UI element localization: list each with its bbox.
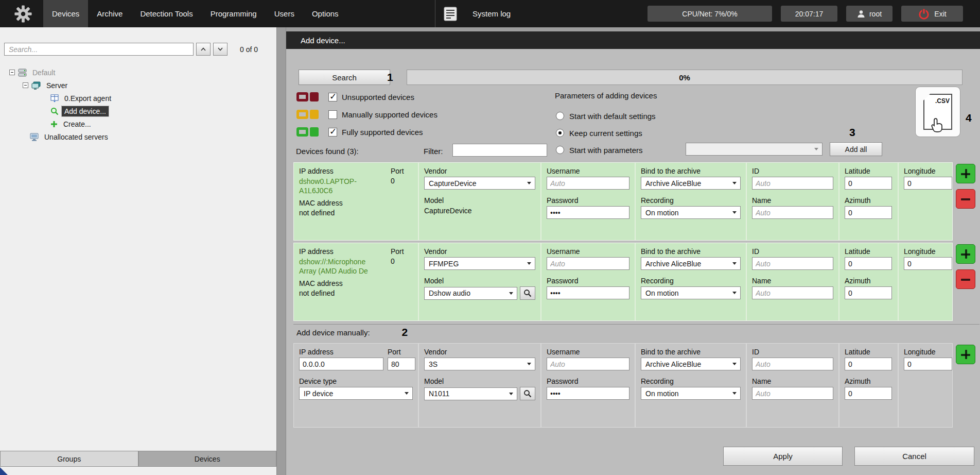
user-icon: [857, 10, 865, 18]
mac-address-label: MAC address: [299, 199, 413, 207]
vendor-label: Vendor: [424, 348, 535, 356]
name-input[interactable]: [752, 206, 833, 219]
archive-select[interactable]: Archive AliceBlue: [641, 257, 741, 270]
parameters-title: Parameters of adding devices: [555, 91, 657, 100]
remove-found-device-button[interactable]: [956, 189, 975, 209]
option-start-with-parameters[interactable]: Start with parameters: [556, 144, 643, 156]
option-keep-current-settings[interactable]: Keep current settings: [556, 127, 642, 139]
username-input[interactable]: [547, 177, 629, 190]
exit-button[interactable]: Exit: [901, 6, 963, 22]
tree-item-server[interactable]: Server: [0, 79, 276, 92]
model-select[interactable]: N1011: [424, 387, 517, 400]
csv-import-button[interactable]: .CSV: [915, 87, 960, 137]
recording-select[interactable]: On motion: [641, 206, 741, 219]
radio-button[interactable]: [556, 146, 564, 154]
radio-button[interactable]: [556, 112, 564, 120]
tab-archive[interactable]: Archive: [88, 0, 131, 27]
tree-item-unallocated-servers[interactable]: Unallocated servers: [0, 130, 276, 143]
tree-item-add-device[interactable]: Add device...: [0, 105, 276, 117]
tab-users[interactable]: Users: [266, 0, 303, 27]
panel-splitter[interactable]: [276, 27, 286, 475]
name-input[interactable]: [752, 387, 833, 400]
filter-row-fully-supported: Fully supported devices: [296, 124, 423, 140]
latitude-input[interactable]: [845, 177, 892, 190]
vendor-select[interactable]: 3S: [424, 358, 535, 370]
recording-select[interactable]: On motion: [641, 286, 741, 299]
password-input[interactable]: [547, 206, 629, 219]
ip-address-value: dshow0.LAPTOP-A1L6J0C6: [299, 177, 380, 196]
search-next-button[interactable]: [213, 43, 227, 56]
azimuth-input[interactable]: [845, 387, 892, 400]
vendor-cell: Vendor FFMPEG Model Dshow audio: [419, 243, 541, 320]
search-prev-button[interactable]: [196, 43, 211, 56]
settings-gear-button[interactable]: [13, 4, 33, 24]
devices-tab[interactable]: Devices: [138, 451, 277, 467]
system-log-button[interactable]: System log: [435, 0, 511, 27]
id-input[interactable]: [752, 177, 833, 190]
chevron-down-icon: [732, 211, 737, 214]
tab-devices[interactable]: Devices: [43, 0, 88, 27]
tree-search-input[interactable]: [4, 43, 194, 56]
id-input[interactable]: [752, 358, 833, 370]
manually-supported-devices-checkbox[interactable]: [328, 110, 337, 119]
azimuth-input[interactable]: [845, 286, 892, 299]
vendor-select[interactable]: CaptureDevice: [424, 177, 535, 190]
tree-item-create[interactable]: Create...: [0, 117, 276, 130]
password-input[interactable]: [547, 286, 629, 299]
fully-supported-devices-checkbox[interactable]: [328, 128, 337, 137]
password-label: Password: [547, 196, 629, 205]
longitude-input[interactable]: [904, 358, 952, 370]
azimuth-label: Azimuth: [845, 377, 892, 385]
latitude-input[interactable]: [845, 358, 892, 370]
add-all-button[interactable]: Add all: [830, 142, 882, 156]
add-found-device-button[interactable]: [956, 164, 975, 183]
tab-options[interactable]: Options: [303, 0, 347, 27]
vendor-select[interactable]: FFMPEG: [424, 257, 535, 270]
id-input[interactable]: [752, 257, 833, 270]
groups-tab[interactable]: Groups: [0, 451, 138, 467]
address-cell: IP address dshow://:Microphone Array (AM…: [294, 243, 419, 320]
model-select[interactable]: Dshow audio: [424, 287, 517, 300]
azimuth-input[interactable]: [845, 206, 892, 219]
username-input[interactable]: [547, 257, 629, 270]
collapse-toggle[interactable]: [9, 70, 15, 75]
recording-label: Recording: [641, 377, 741, 385]
current-user-button[interactable]: root: [846, 6, 892, 22]
manual-section-title: Add device manually:: [296, 328, 370, 337]
device-search-button[interactable]: Search: [299, 70, 390, 85]
tab-detection-tools[interactable]: Detection Tools: [131, 0, 201, 27]
archive-select[interactable]: Archive AliceBlue: [641, 358, 741, 370]
device-type-select[interactable]: IP device: [299, 387, 413, 400]
archive-select[interactable]: Archive AliceBlue: [641, 177, 741, 190]
hand-cursor-icon: [931, 117, 944, 133]
name-input[interactable]: [752, 286, 833, 299]
longitude-input[interactable]: [904, 177, 952, 190]
chevron-down-icon: [732, 363, 737, 365]
tree-item-default[interactable]: Default: [0, 66, 276, 79]
latitude-input[interactable]: [845, 257, 892, 270]
password-input[interactable]: [547, 387, 629, 400]
username-input[interactable]: [547, 358, 629, 370]
longitude-input[interactable]: [904, 257, 952, 270]
radio-button[interactable]: [556, 129, 564, 137]
devices-filter-input[interactable]: [452, 144, 547, 157]
collapse-toggle[interactable]: [23, 82, 28, 88]
parameters-preset-select[interactable]: [686, 143, 822, 156]
add-found-device-button[interactable]: [956, 244, 975, 264]
recording-select[interactable]: On motion: [641, 387, 741, 400]
ip-address-input[interactable]: [299, 358, 383, 370]
unsupported-devices-checkbox[interactable]: [328, 93, 337, 101]
model-search-button[interactable]: [520, 286, 535, 300]
option-default-settings[interactable]: Start with default settings: [556, 110, 656, 122]
tab-programming[interactable]: Programming: [202, 0, 266, 27]
tree-item-export-agent[interactable]: 0.Export agent: [0, 92, 276, 105]
add-manual-device-button[interactable]: [956, 345, 975, 364]
row-actions: [956, 162, 978, 241]
remove-found-device-button[interactable]: [956, 269, 975, 289]
magnifier-icon: [523, 289, 532, 297]
port-input[interactable]: [388, 358, 415, 370]
apply-button[interactable]: Apply: [723, 447, 843, 466]
model-search-button[interactable]: [520, 387, 535, 400]
tree-item-label: 0.Export agent: [62, 93, 114, 104]
cancel-button[interactable]: Cancel: [854, 447, 974, 466]
